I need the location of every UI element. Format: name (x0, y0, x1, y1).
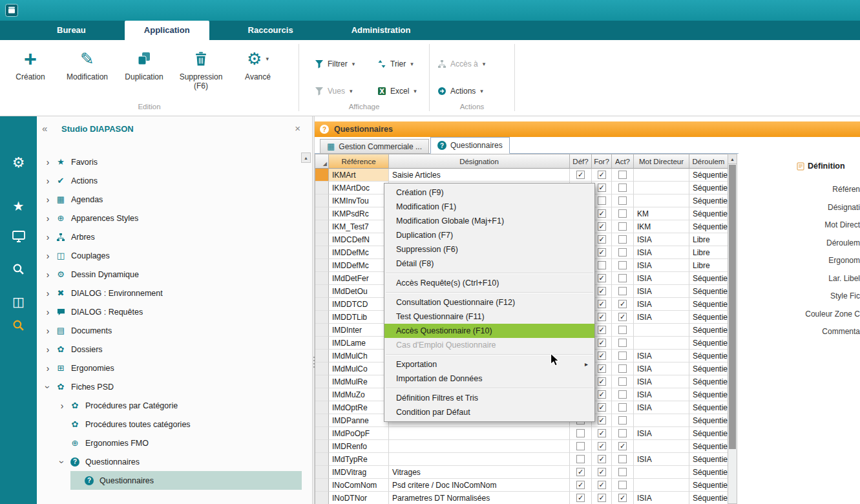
tree-chevron-icon[interactable]: › (57, 456, 67, 468)
menu-item-acces-questionnaire-f10[interactable]: Accès Questionnaire (F10) (384, 324, 594, 338)
row-selector[interactable] (315, 311, 329, 324)
column-header-mot-directeur[interactable]: Mot Directeur (634, 154, 689, 169)
row-selector[interactable] (315, 388, 329, 401)
column-header-designation[interactable]: Désignation (389, 154, 570, 169)
row-selector[interactable] (315, 207, 329, 220)
menu-item-consultation-questionnaire-f12[interactable]: Consultation Questionnaire (F12) (384, 295, 594, 310)
row-selector[interactable] (315, 466, 329, 479)
sidebar-item-procedures-toutes-categories[interactable]: ✿Procédures toutes catégories (37, 415, 302, 434)
column-header-reference[interactable]: Référence (329, 154, 389, 169)
button-modification[interactable]: ✎Modification (63, 45, 111, 90)
button-trier[interactable]: Trier▾ (377, 57, 414, 71)
document-tab-gestion-commerciale[interactable]: ▦Gestion Commerciale ... (320, 139, 429, 154)
close-panel-button[interactable]: × (295, 123, 300, 134)
menu-item-modification-globale-maj-f1[interactable]: Modification Globale (Maj+F1) (384, 214, 594, 228)
row-selector[interactable] (315, 272, 329, 285)
table-row[interactable]: IMdPoOpF✓ISIASéquentiel (315, 427, 728, 440)
row-selector[interactable] (315, 194, 329, 207)
row-selector[interactable] (315, 259, 329, 272)
row-selector[interactable] (315, 246, 329, 259)
table-row[interactable]: INoComNomPsd critere / Doc INoComNom✓✓Sé… (315, 479, 728, 492)
menu-item-exportation[interactable]: Exportation▸ (384, 357, 594, 372)
row-selector[interactable] (315, 427, 329, 440)
table-row[interactable]: IMdTypRe✓ISIASéquentiel (315, 453, 728, 466)
button-duplication[interactable]: Duplication (120, 45, 168, 90)
sidebar-item-fiches-psd[interactable]: ›✿Fiches PSD (37, 377, 302, 396)
table-row[interactable]: IMDVitragVitrages✓✓Séquentiel (315, 466, 728, 479)
sidebar-item-favoris[interactable]: ›★Favoris (37, 152, 302, 171)
tree-chevron-icon[interactable]: › (42, 232, 54, 242)
tree-chevron-icon[interactable]: › (56, 401, 68, 411)
tree-chevron-icon[interactable]: › (42, 213, 54, 224)
ribbon-tab-application[interactable]: Application (125, 21, 209, 40)
tree-chevron-icon[interactable]: › (42, 288, 54, 299)
tree-chevron-icon[interactable]: › (42, 326, 54, 336)
tree-scroll-up-button[interactable]: ▲ (301, 152, 311, 163)
ribbon-tab-bureau[interactable]: Bureau (37, 21, 105, 40)
sidebar-item-questionnaires[interactable]: ›?Questionnaires (37, 452, 302, 471)
sidebar-item-ergonomies[interactable]: ›⊞Ergonomies (37, 359, 302, 377)
menu-item-creation-f9[interactable]: Création (F9) (384, 185, 594, 200)
sidebar-item-ergonomies-fmo[interactable]: ⊕Ergonomies FMO (37, 434, 302, 452)
tree-chevron-icon[interactable]: › (42, 269, 54, 280)
sidebar-item-dossiers[interactable]: ›✿Dossiers (37, 340, 302, 359)
button-vues[interactable]: Vues▾ (314, 84, 352, 98)
tree-chevron-icon[interactable]: › (42, 157, 54, 167)
row-selector[interactable] (315, 350, 329, 362)
sidebar-item-arbres[interactable]: ›Arbres (37, 227, 302, 246)
button-avance[interactable]: ⚙▾Avancé (234, 45, 282, 90)
help-icon[interactable]: ? (320, 125, 329, 134)
strip-modules-button[interactable]: ◫ (0, 294, 37, 310)
sidebar-item-dessin-dynamique[interactable]: ›⚙Dessin Dynamique (37, 265, 302, 284)
button-filtrer[interactable]: Filtrer▾ (314, 57, 355, 71)
menu-item-duplication-f7[interactable]: Duplication (F7) (384, 228, 594, 242)
menu-item-suppression-f6[interactable]: Suppression (F6) (384, 242, 594, 257)
menu-item-modification-f1[interactable]: Modification (F1) (384, 200, 594, 214)
row-selector[interactable] (315, 169, 329, 182)
row-selector[interactable] (315, 401, 329, 414)
table-row[interactable]: IKMArtSaisie Articles✓✓Séquentiel (315, 169, 728, 182)
tree-chevron-icon[interactable]: › (43, 381, 53, 393)
row-selector[interactable] (315, 479, 329, 492)
row-selector[interactable] (315, 453, 329, 466)
button-excel[interactable]: XExcel▾ (377, 84, 417, 98)
sidebar-item-questionnaires[interactable]: ?Questionnaires (70, 471, 302, 490)
button-acces-a[interactable]: Accès à▾ (437, 57, 485, 71)
ribbon-tab-administration[interactable]: Administration (332, 21, 430, 40)
menu-item-condition-par-defaut[interactable]: Condition par Défaut (384, 405, 594, 419)
collapse-panel-button[interactable]: « (42, 123, 47, 134)
sidebar-item-dialog-requetes[interactable]: ›DIALOG : Requêtes (37, 302, 302, 321)
row-selector[interactable] (315, 337, 329, 350)
menu-item-acces-requete-s-ctrl-f10[interactable]: Accès Requête(s) (Ctrl+F10) (384, 276, 594, 290)
menu-item-importation-de-donnees[interactable]: Importation de Données (384, 372, 594, 386)
tree-chevron-icon[interactable]: › (42, 251, 54, 261)
table-row[interactable]: INoDTNorParametres DT Normalisées✓✓✓ISIA… (315, 492, 728, 504)
scroll-up-button[interactable]: ▲ (728, 154, 737, 164)
row-selector[interactable] (315, 182, 329, 194)
row-selector[interactable] (315, 362, 329, 375)
tree-chevron-icon[interactable]: › (42, 363, 54, 373)
row-selector[interactable] (315, 233, 329, 246)
tree-chevron-icon[interactable]: › (42, 344, 54, 355)
sidebar-item-actions[interactable]: ›✔Actions (37, 171, 302, 190)
menu-item-definition-filtres-et-tris[interactable]: Définition Filtres et Tris (384, 391, 594, 405)
sidebar-item-dialog-environnement[interactable]: ›✖DIALOG : Environnement (37, 284, 302, 302)
tree-chevron-icon[interactable]: › (42, 307, 54, 317)
tree-chevron-icon[interactable]: › (42, 194, 54, 205)
ribbon-tab-raccourcis[interactable]: Raccourcis (229, 21, 313, 40)
strip-settings-button[interactable]: ⚙ (0, 154, 37, 171)
row-selector[interactable] (315, 375, 329, 388)
menu-item-test-questionnaire-f11[interactable]: Test Questionnaire (F11) (384, 310, 594, 324)
row-selector[interactable] (315, 492, 329, 504)
strip-search-active-button[interactable] (0, 319, 37, 331)
strip-search-button[interactable] (0, 263, 37, 275)
row-selector[interactable] (315, 285, 329, 298)
sidebar-item-couplages[interactable]: ›◫Couplages (37, 246, 302, 265)
row-selector[interactable] (315, 440, 329, 453)
row-selector[interactable] (315, 220, 329, 233)
row-selector[interactable] (315, 324, 329, 337)
strip-desktop-button[interactable] (0, 231, 37, 242)
row-selector[interactable] (315, 298, 329, 311)
menu-item-detail-f8[interactable]: Détail (F8) (384, 257, 594, 271)
sidebar-item-documents[interactable]: ›▤Documents (37, 321, 302, 340)
